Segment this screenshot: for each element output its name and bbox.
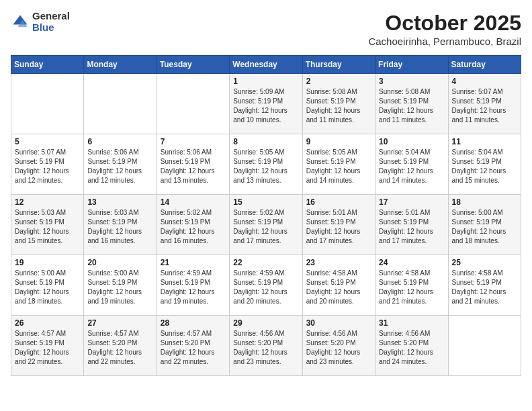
- day-info: Sunrise: 5:03 AM Sunset: 5:19 PM Dayligh…: [87, 208, 152, 246]
- day-info: Sunrise: 4:57 AM Sunset: 5:20 PM Dayligh…: [87, 329, 152, 367]
- logo-icon: [11, 13, 30, 32]
- day-number: 8: [233, 137, 298, 146]
- calendar-cell: 31Sunrise: 4:56 AM Sunset: 5:20 PM Dayli…: [375, 316, 448, 376]
- day-info: Sunrise: 5:08 AM Sunset: 5:19 PM Dayligh…: [306, 87, 371, 125]
- calendar-cell: 18Sunrise: 5:00 AM Sunset: 5:19 PM Dayli…: [448, 195, 521, 255]
- day-info: Sunrise: 5:04 AM Sunset: 5:19 PM Dayligh…: [379, 148, 444, 185]
- logo-blue-text: Blue: [32, 22, 70, 34]
- calendar-cell: 24Sunrise: 4:58 AM Sunset: 5:19 PM Dayli…: [375, 255, 448, 316]
- day-number: 27: [87, 318, 152, 328]
- calendar-cell: 19Sunrise: 5:00 AM Sunset: 5:19 PM Dayli…: [11, 255, 84, 316]
- day-info: Sunrise: 5:01 AM Sunset: 5:19 PM Dayligh…: [379, 208, 444, 246]
- day-info: Sunrise: 5:00 AM Sunset: 5:19 PM Dayligh…: [87, 269, 152, 306]
- day-number: 20: [87, 258, 152, 267]
- day-header-wednesday: Wednesday: [230, 56, 302, 74]
- day-number: 18: [452, 197, 517, 207]
- day-info: Sunrise: 4:58 AM Sunset: 5:19 PM Dayligh…: [306, 269, 371, 306]
- day-header-sunday: Sunday: [11, 56, 84, 74]
- day-info: Sunrise: 4:58 AM Sunset: 5:19 PM Dayligh…: [379, 269, 444, 306]
- day-number: 19: [15, 258, 80, 267]
- day-info: Sunrise: 5:02 AM Sunset: 5:19 PM Dayligh…: [161, 208, 226, 246]
- logo-general-text: General: [32, 11, 70, 22]
- calendar-cell: 30Sunrise: 4:56 AM Sunset: 5:20 PM Dayli…: [302, 316, 375, 376]
- calendar-cell: 20Sunrise: 5:00 AM Sunset: 5:19 PM Dayli…: [84, 255, 157, 316]
- calendar-cell: 13Sunrise: 5:03 AM Sunset: 5:19 PM Dayli…: [84, 195, 157, 255]
- calendar-cell: 6Sunrise: 5:06 AM Sunset: 5:19 PM Daylig…: [84, 134, 157, 195]
- calendar-cell: 4Sunrise: 5:07 AM Sunset: 5:19 PM Daylig…: [448, 74, 521, 134]
- calendar-cell: [448, 316, 521, 376]
- day-number: 4: [452, 77, 517, 86]
- day-info: Sunrise: 4:57 AM Sunset: 5:19 PM Dayligh…: [15, 329, 80, 367]
- calendar-cell: 2Sunrise: 5:08 AM Sunset: 5:19 PM Daylig…: [302, 74, 375, 134]
- day-number: 29: [233, 318, 298, 328]
- calendar-cell: 26Sunrise: 4:57 AM Sunset: 5:19 PM Dayli…: [11, 316, 84, 376]
- day-info: Sunrise: 5:02 AM Sunset: 5:19 PM Dayligh…: [233, 208, 298, 246]
- calendar-cell: [11, 74, 84, 134]
- calendar-cell: [84, 74, 157, 134]
- day-info: Sunrise: 4:59 AM Sunset: 5:19 PM Dayligh…: [161, 269, 226, 306]
- calendar-week-row: 19Sunrise: 5:00 AM Sunset: 5:19 PM Dayli…: [11, 255, 521, 316]
- days-header-row: SundayMondayTuesdayWednesdayThursdayFrid…: [11, 56, 521, 74]
- day-number: 28: [161, 318, 226, 328]
- calendar-cell: 16Sunrise: 5:01 AM Sunset: 5:19 PM Dayli…: [302, 195, 375, 255]
- day-info: Sunrise: 5:03 AM Sunset: 5:19 PM Dayligh…: [15, 208, 80, 246]
- day-number: 3: [379, 77, 444, 86]
- day-info: Sunrise: 5:00 AM Sunset: 5:19 PM Dayligh…: [452, 208, 517, 246]
- day-header-tuesday: Tuesday: [157, 56, 229, 74]
- day-number: 5: [15, 137, 80, 146]
- day-info: Sunrise: 4:56 AM Sunset: 5:20 PM Dayligh…: [306, 329, 371, 367]
- day-info: Sunrise: 4:58 AM Sunset: 5:19 PM Dayligh…: [452, 269, 517, 306]
- day-info: Sunrise: 5:07 AM Sunset: 5:19 PM Dayligh…: [452, 87, 517, 125]
- day-info: Sunrise: 5:05 AM Sunset: 5:19 PM Dayligh…: [233, 148, 298, 185]
- day-header-monday: Monday: [84, 56, 157, 74]
- day-number: 12: [15, 197, 80, 207]
- calendar-week-row: 1Sunrise: 5:09 AM Sunset: 5:19 PM Daylig…: [11, 74, 521, 134]
- header: General Blue October 2025 Cachoeirinha, …: [11, 11, 521, 47]
- month-title: October 2025: [368, 11, 521, 36]
- calendar-week-row: 12Sunrise: 5:03 AM Sunset: 5:19 PM Dayli…: [11, 195, 521, 255]
- day-info: Sunrise: 4:56 AM Sunset: 5:20 PM Dayligh…: [233, 329, 298, 367]
- day-info: Sunrise: 5:09 AM Sunset: 5:19 PM Dayligh…: [233, 87, 298, 125]
- day-number: 11: [452, 137, 517, 146]
- day-info: Sunrise: 5:01 AM Sunset: 5:19 PM Dayligh…: [306, 208, 371, 246]
- calendar-cell: 23Sunrise: 4:58 AM Sunset: 5:19 PM Dayli…: [302, 255, 375, 316]
- day-header-thursday: Thursday: [302, 56, 375, 74]
- calendar-cell: 17Sunrise: 5:01 AM Sunset: 5:19 PM Dayli…: [375, 195, 448, 255]
- calendar-cell: 15Sunrise: 5:02 AM Sunset: 5:19 PM Dayli…: [230, 195, 302, 255]
- day-header-saturday: Saturday: [448, 56, 521, 74]
- day-number: 26: [15, 318, 80, 328]
- calendar-cell: 14Sunrise: 5:02 AM Sunset: 5:19 PM Dayli…: [157, 195, 229, 255]
- day-number: 23: [306, 258, 371, 267]
- day-info: Sunrise: 5:04 AM Sunset: 5:19 PM Dayligh…: [452, 148, 517, 185]
- calendar-cell: 9Sunrise: 5:05 AM Sunset: 5:19 PM Daylig…: [302, 134, 375, 195]
- day-info: Sunrise: 4:59 AM Sunset: 5:19 PM Dayligh…: [233, 269, 298, 306]
- location-title: Cachoeirinha, Pernambuco, Brazil: [368, 36, 521, 47]
- day-info: Sunrise: 5:07 AM Sunset: 5:19 PM Dayligh…: [15, 148, 80, 185]
- day-number: 16: [306, 197, 371, 207]
- calendar-cell: 12Sunrise: 5:03 AM Sunset: 5:19 PM Dayli…: [11, 195, 84, 255]
- day-number: 6: [87, 137, 152, 146]
- day-info: Sunrise: 5:00 AM Sunset: 5:19 PM Dayligh…: [15, 269, 80, 306]
- calendar-week-row: 26Sunrise: 4:57 AM Sunset: 5:19 PM Dayli…: [11, 316, 521, 376]
- day-number: 13: [87, 197, 152, 207]
- calendar-cell: 1Sunrise: 5:09 AM Sunset: 5:19 PM Daylig…: [230, 74, 302, 134]
- day-number: 15: [233, 197, 298, 207]
- calendar-cell: 3Sunrise: 5:08 AM Sunset: 5:19 PM Daylig…: [375, 74, 448, 134]
- calendar-cell: 22Sunrise: 4:59 AM Sunset: 5:19 PM Dayli…: [230, 255, 302, 316]
- calendar-cell: 27Sunrise: 4:57 AM Sunset: 5:20 PM Dayli…: [84, 316, 157, 376]
- day-info: Sunrise: 5:05 AM Sunset: 5:19 PM Dayligh…: [306, 148, 371, 185]
- day-number: 17: [379, 197, 444, 207]
- day-info: Sunrise: 5:08 AM Sunset: 5:19 PM Dayligh…: [379, 87, 444, 125]
- logo: General Blue: [11, 11, 70, 33]
- day-number: 7: [161, 137, 226, 146]
- day-header-friday: Friday: [375, 56, 448, 74]
- day-number: 2: [306, 77, 371, 86]
- calendar-cell: 28Sunrise: 4:57 AM Sunset: 5:20 PM Dayli…: [157, 316, 229, 376]
- calendar-cell: 5Sunrise: 5:07 AM Sunset: 5:19 PM Daylig…: [11, 134, 84, 195]
- calendar-cell: 25Sunrise: 4:58 AM Sunset: 5:19 PM Dayli…: [448, 255, 521, 316]
- calendar-cell: [157, 74, 229, 134]
- calendar-cell: 10Sunrise: 5:04 AM Sunset: 5:19 PM Dayli…: [375, 134, 448, 195]
- day-number: 1: [233, 77, 298, 86]
- day-number: 24: [379, 258, 444, 267]
- day-number: 9: [306, 137, 371, 146]
